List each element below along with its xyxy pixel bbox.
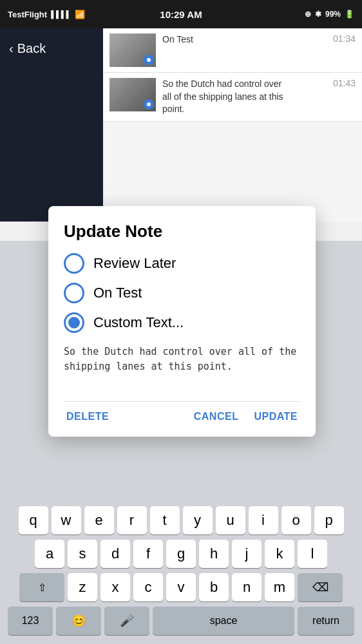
battery-label: 99% [325,10,341,19]
key-u[interactable]: u [216,506,245,535]
key-o[interactable]: o [281,506,311,535]
bluetooth-icon: ✱ [315,10,321,19]
key-p[interactable]: p [314,506,344,535]
time-display: 10:29 AM [160,9,202,20]
key-t[interactable]: t [150,506,180,535]
key-g[interactable]: g [166,540,196,568]
radio-option-review-later[interactable]: Review Later [64,253,300,274]
airplay-icon: ⊕ [305,10,311,19]
radio-option-custom-text[interactable]: Custom Text... [64,312,300,333]
key-i[interactable]: i [249,506,278,535]
main-content: ‹ Back On Test 01:34 [0,28,362,222]
back-label: Back [17,41,46,56]
key-m[interactable]: m [265,573,294,601]
radio-label-review-later: Review Later [93,255,176,272]
key-q[interactable]: q [19,506,48,535]
back-button[interactable]: ‹ Back [0,35,103,62]
number-key[interactable]: 123 [8,607,53,635]
radio-option-on-test[interactable]: On Test [64,283,300,303]
key-h[interactable]: h [199,540,229,568]
key-s[interactable]: s [68,540,97,568]
key-c[interactable]: c [133,573,163,601]
key-w[interactable]: w [52,506,81,535]
keyboard-row-1: q w e r t y u i o p [3,506,359,535]
signal-bars: ▌▌▌▌ [51,10,71,18]
keyboard: q w e r t y u i o p a s d f g h j k l ⇧ … [0,501,362,644]
key-n[interactable]: n [232,573,262,601]
custom-text-area[interactable] [64,345,300,388]
key-a[interactable]: a [35,540,64,568]
video-title-2: So the Dutch had control over all of the… [162,78,291,116]
video-time-1: 01:34 [333,33,356,44]
status-bar-right: ⊕ ✱ 99% 🔋 [305,10,354,19]
return-key[interactable]: return [298,607,354,635]
video-info-2: So the Dutch had control over all of the… [162,78,356,116]
dialog-actions: DELETE CANCEL UPDATE [64,401,300,426]
radio-circle-on-test [64,283,84,303]
key-e[interactable]: e [84,506,114,535]
key-f[interactable]: f [133,540,163,568]
cancel-button[interactable]: CANCEL [191,407,242,426]
key-r[interactable]: r [117,506,147,535]
chevron-left-icon: ‹ [9,41,14,56]
keyboard-row-4: 123 😊 🎤 space return [3,607,359,635]
wifi-icon: 📶 [75,10,85,19]
video-item-1[interactable]: On Test 01:34 [103,28,362,73]
delete-key[interactable]: ⌫ [298,573,343,601]
shift-key[interactable]: ⇧ [19,573,64,601]
video-title-1: On Test [162,33,193,46]
status-bar: TestFlight ▌▌▌▌ 📶 10:29 AM ⊕ ✱ 99% 🔋 [0,0,362,28]
status-bar-left: TestFlight ▌▌▌▌ 📶 [8,10,85,19]
emoji-key[interactable]: 😊 [56,607,101,635]
key-l[interactable]: l [298,540,327,568]
video-time-2: 01:43 [333,78,356,88]
update-button[interactable]: UPDATE [251,407,300,426]
video-thumb-1 [110,33,156,67]
video-list: On Test 01:34 So the Dutch had control o… [103,28,362,222]
update-note-dialog: Update Note Review Later On Test Custom … [48,206,316,437]
sidebar: ‹ Back [0,28,103,222]
key-x[interactable]: x [100,573,130,601]
keyboard-row-3: ⇧ z x c v b n m ⌫ [3,573,359,601]
mic-key[interactable]: 🎤 [104,607,149,635]
key-b[interactable]: b [199,573,229,601]
radio-label-on-test: On Test [93,285,142,301]
app-name-label: TestFlight [8,10,47,19]
key-d[interactable]: d [100,540,130,568]
key-z[interactable]: z [68,573,97,601]
keyboard-row-2: a s d f g h j k l [3,540,359,568]
video-info-1: On Test 01:34 [162,33,356,46]
key-y[interactable]: y [183,506,213,535]
key-k[interactable]: k [265,540,294,568]
dialog-title: Update Note [64,222,300,242]
radio-circle-custom-text [64,312,84,333]
key-j[interactable]: j [232,540,262,568]
key-v[interactable]: v [166,573,196,601]
video-thumb-2 [110,78,156,111]
video-item-2[interactable]: So the Dutch had control over all of the… [103,73,362,122]
space-key[interactable]: space [153,607,294,635]
radio-label-custom-text: Custom Text... [93,314,184,331]
battery-icon: 🔋 [345,10,354,19]
radio-inner-custom-text [68,317,80,328]
radio-circle-review-later [64,253,84,274]
delete-button[interactable]: DELETE [64,407,111,426]
dialog-actions-right: CANCEL UPDATE [191,407,300,426]
